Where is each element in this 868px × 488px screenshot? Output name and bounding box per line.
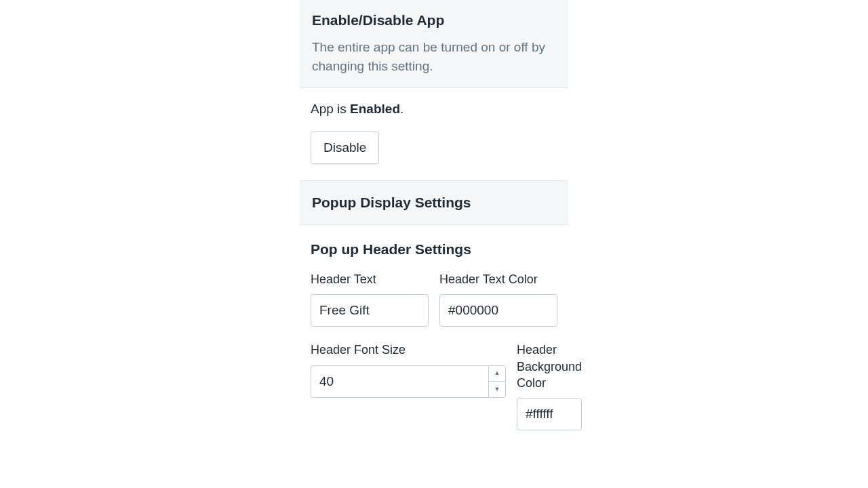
header-text-input[interactable] xyxy=(311,294,429,327)
header-font-size-wrap: ▲ ▼ xyxy=(311,365,506,398)
enable-disable-description: The entire app can be turned on or off b… xyxy=(312,38,556,75)
enable-disable-body: App is Enabled. Disable xyxy=(300,88,568,181)
app-status-line: App is Enabled. xyxy=(311,102,557,117)
header-bg-color-group: Header Background Color xyxy=(517,342,582,430)
popup-display-header: Popup Display Settings xyxy=(300,181,568,225)
form-row-1: Header Text Header Text Color xyxy=(300,271,568,327)
header-text-group: Header Text xyxy=(311,271,429,327)
header-text-color-group: Header Text Color xyxy=(439,271,557,327)
header-text-color-label: Header Text Color xyxy=(439,271,557,287)
app-status-value: Enabled xyxy=(350,102,400,116)
font-size-decrement[interactable]: ▼ xyxy=(489,382,505,397)
font-size-increment[interactable]: ▲ xyxy=(489,366,505,382)
disable-button[interactable]: Disable xyxy=(311,131,379,164)
chevron-down-icon: ▼ xyxy=(494,386,500,392)
popup-display-title: Popup Display Settings xyxy=(312,195,556,211)
header-bg-color-input[interactable] xyxy=(517,398,582,430)
chevron-up-icon: ▲ xyxy=(494,370,500,376)
header-bg-color-label: Header Background Color xyxy=(517,342,582,391)
popup-display-body: Pop up Header Settings Header Text Heade… xyxy=(300,241,568,430)
form-row-2: Header Font Size ▲ ▼ Header Background C… xyxy=(300,342,568,430)
header-font-size-label: Header Font Size xyxy=(311,342,506,358)
app-status-suffix: . xyxy=(400,102,403,116)
popup-header-settings-title: Pop up Header Settings xyxy=(311,241,557,258)
header-font-size-group: Header Font Size ▲ ▼ xyxy=(311,342,506,430)
header-text-color-input[interactable] xyxy=(439,294,557,327)
settings-container: Enable/Disable App The entire app can be… xyxy=(300,0,568,430)
app-status-prefix: App is xyxy=(311,102,350,116)
header-font-size-input[interactable] xyxy=(311,365,488,398)
header-text-label: Header Text xyxy=(311,271,429,287)
enable-disable-header: Enable/Disable App The entire app can be… xyxy=(300,0,568,88)
enable-disable-title: Enable/Disable App xyxy=(312,12,556,28)
font-size-spinner: ▲ ▼ xyxy=(488,365,506,398)
